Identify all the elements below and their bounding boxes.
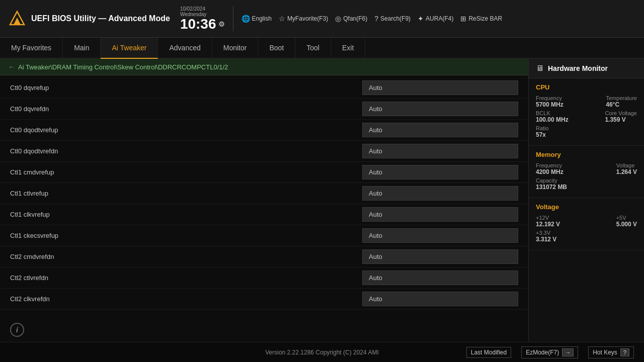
asus-logo-icon [8, 10, 26, 28]
setting-row: Ctl1 ckecsvrefup Auto [0, 225, 528, 246]
setting-value[interactable]: Auto [362, 292, 518, 306]
hw-data-cell: Capacity 131072 MB [536, 177, 567, 191]
hw-section: CPU Frequency 5700 MHz Temperature 46°C … [529, 78, 644, 146]
hw-monitor-title: Hardware Monitor [548, 64, 608, 72]
main-layout: ← Ai Tweaker\DRAM Timing Control\Skew Co… [0, 59, 644, 342]
nav-main[interactable]: Main [63, 38, 101, 58]
hw-data-cell: Core Voltage 1.359 V [605, 110, 637, 123]
hw-value: 5700 MHz [536, 101, 564, 108]
nav-tool[interactable]: Tool [295, 38, 331, 58]
settings-gear-icon[interactable]: ⚙ [218, 21, 225, 28]
settings-list: Ctl0 dqvrefup Auto Ctl0 dqvrefdn Auto Ct… [0, 75, 528, 318]
setting-row: Ctl0 dqodtvrefup Auto [0, 120, 528, 141]
hw-data-row: Frequency 5700 MHz Temperature 46°C [536, 95, 637, 108]
setting-value[interactable]: Auto [362, 80, 518, 95]
nav-my-favorites[interactable]: My Favorites [0, 38, 63, 58]
setting-value[interactable]: Auto [362, 249, 518, 264]
hw-data-cell: Frequency 4200 MHz [536, 162, 564, 175]
hw-data-cell: +5V 5.000 V [616, 215, 637, 228]
setting-row: Ctl1 cmdvrefup Auto [0, 162, 528, 183]
setting-label: Ctl1 ctlvrefup [10, 190, 362, 197]
resize-icon: ⊞ [460, 15, 466, 23]
setting-row: Ctl0 dqvrefup Auto [0, 77, 528, 99]
app-title: UEFI BIOS Utility — Advanced Mode [31, 14, 170, 23]
hw-data-cell: Voltage 1.264 V [616, 162, 637, 175]
hw-label: Voltage [616, 162, 637, 168]
top-bar: UEFI BIOS Utility — Advanced Mode 10/02/… [0, 0, 644, 38]
last-modified-button[interactable]: Last Modified [466, 347, 511, 358]
top-tools: 🌐 English ☆ MyFavorite(F3) ◎ Qfan(F6) ? … [242, 15, 636, 23]
setting-value[interactable]: Auto [362, 207, 518, 222]
hw-value: 1.359 V [605, 116, 637, 123]
setting-value[interactable]: Auto [362, 270, 518, 285]
hw-value: 100.00 MHz [536, 116, 569, 123]
setting-label: Ctl1 ckecsvrefup [10, 232, 362, 239]
tool-myfavorite[interactable]: ☆ MyFavorite(F3) [279, 15, 328, 23]
nav-ai-tweaker[interactable]: Ai Tweaker [101, 38, 158, 59]
tool-search[interactable]: ? Search(F9) [374, 15, 411, 23]
setting-label: Ctl2 clkvrefdn [10, 295, 362, 303]
fan-icon: ◎ [335, 15, 341, 23]
nav-bar: My Favorites Main Ai Tweaker Advanced Mo… [0, 38, 644, 59]
setting-value[interactable]: Auto [362, 144, 518, 158]
tool-resizebar[interactable]: ⊞ ReSize BAR [460, 15, 502, 23]
hw-data-row: Capacity 131072 MB [536, 177, 637, 191]
logo-area: UEFI BIOS Utility — Advanced Mode [8, 10, 170, 28]
globe-icon: 🌐 [242, 15, 250, 23]
hw-label: Ratio [536, 125, 549, 131]
setting-label: Ctl0 dqodtvrefup [10, 126, 362, 134]
hw-value: 131072 MB [536, 184, 567, 191]
hw-data-row: BCLK 100.00 MHz Core Voltage 1.359 V [536, 110, 637, 123]
hw-value: 3.312 V [536, 236, 556, 243]
setting-row: Ctl0 dqvrefdn Auto [0, 99, 528, 120]
hot-keys-button[interactable]: Hot Keys ? [588, 346, 634, 358]
setting-label: Ctl0 dqodtvrefdn [10, 147, 362, 155]
setting-value[interactable]: Auto [362, 228, 518, 243]
setting-value[interactable]: Auto [362, 186, 518, 201]
nav-boot[interactable]: Boot [258, 38, 295, 58]
star-icon: ☆ [279, 15, 285, 23]
nav-advanced[interactable]: Advanced [158, 38, 212, 58]
hw-monitor-sidebar: 🖥 Hardware Monitor CPU Frequency 5700 MH… [528, 59, 644, 342]
hw-label: Capacity [536, 177, 567, 184]
setting-row: Ctl2 clkvrefdn Auto [0, 289, 528, 310]
nav-monitor[interactable]: Monitor [212, 38, 259, 58]
hw-label: Core Voltage [605, 110, 637, 116]
nav-exit[interactable]: Exit [331, 38, 365, 58]
setting-row: Ctl1 ctlvrefup Auto [0, 183, 528, 204]
setting-label: Ctl0 dqvrefup [10, 84, 362, 92]
hw-value: 4200 MHz [536, 168, 564, 175]
hw-label: +12V [536, 215, 560, 221]
setting-row: Ctl0 dqodtvrefdn Auto [0, 141, 528, 162]
hw-section: Memory Frequency 4200 MHz Voltage 1.264 … [529, 146, 644, 198]
hw-value: 1.264 V [616, 168, 637, 175]
datetime-area: 10/02/2024Wednesday 10:36 ⚙ [180, 6, 233, 31]
info-button[interactable]: i [10, 323, 24, 337]
setting-row: Ctl2 cmdvrefdn Auto [0, 246, 528, 267]
hw-section-title: Memory [536, 151, 637, 158]
setting-value[interactable]: Auto [362, 123, 518, 137]
setting-row: Ctl1 clkvrefup Auto [0, 204, 528, 225]
hw-data-cell: +12V 12.192 V [536, 215, 560, 228]
hw-section-title: Voltage [536, 203, 637, 211]
setting-value[interactable]: Auto [362, 165, 518, 179]
hw-label: +3.3V [536, 230, 556, 236]
tool-english[interactable]: 🌐 English [242, 15, 272, 23]
setting-label: Ctl0 dqvrefdn [10, 105, 362, 113]
hw-value: 46°C [606, 101, 637, 108]
svg-marker-1 [14, 18, 21, 25]
time-display: 10:36 ⚙ [180, 17, 225, 31]
breadcrumb[interactable]: ← Ai Tweaker\DRAM Timing Control\Skew Co… [0, 59, 528, 75]
ez-mode-button[interactable]: EzMode(F7) → [521, 346, 578, 358]
tool-qfan[interactable]: ◎ Qfan(F6) [335, 15, 367, 23]
hw-data-cell: Temperature 46°C [606, 95, 637, 108]
hw-label: Frequency [536, 162, 564, 168]
setting-value[interactable]: Auto [362, 102, 518, 116]
hw-data-cell: +3.3V 3.312 V [536, 230, 556, 243]
bottom-bar: Version 2.22.1286 Copyright (C) 2024 AMI… [0, 342, 644, 362]
tool-aura[interactable]: ✦ AURA(F4) [418, 15, 453, 23]
hw-data-row: +3.3V 3.312 V [536, 230, 637, 243]
ez-mode-key-icon: → [562, 348, 574, 356]
back-arrow-icon[interactable]: ← [8, 63, 15, 71]
hot-keys-question-icon: ? [620, 348, 629, 356]
